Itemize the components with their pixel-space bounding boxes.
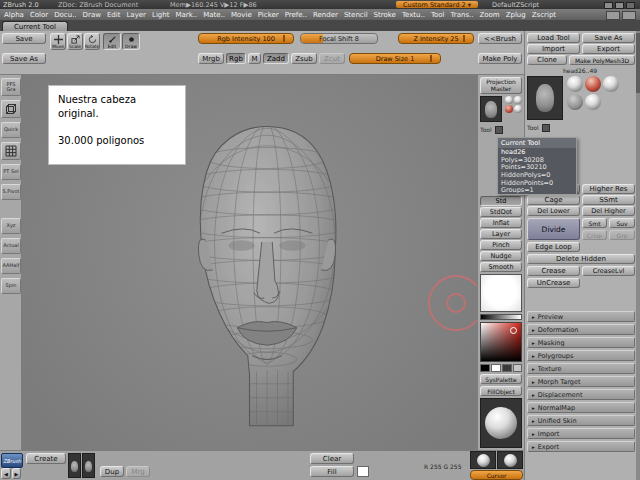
move-mode-button[interactable]: Move bbox=[50, 33, 66, 50]
white-color-chip[interactable] bbox=[357, 466, 369, 477]
tool-slot-sphere-5[interactable] bbox=[585, 94, 601, 110]
shelf-item-spin[interactable]: Spin bbox=[1, 278, 21, 294]
shelf-item-pt-sel[interactable]: PT Sel bbox=[1, 164, 21, 180]
draw-mode-button[interactable]: Draw bbox=[122, 33, 140, 50]
clone-button[interactable]: Clone bbox=[527, 55, 567, 65]
del-lower-button[interactable]: Del Lower bbox=[527, 206, 580, 216]
brush-inflat-button[interactable]: Inflat bbox=[480, 218, 522, 228]
menu-item-zscript[interactable]: Zscript bbox=[532, 11, 556, 19]
scrollbar-thumb[interactable] bbox=[636, 33, 640, 93]
edit-mode-button[interactable]: Edit bbox=[103, 33, 121, 50]
create-button[interactable]: Create bbox=[26, 453, 66, 464]
section-masking[interactable]: ▸Masking bbox=[527, 337, 635, 348]
tool-save-as-button[interactable]: Save As bbox=[582, 33, 635, 43]
tool-section-row[interactable]: Tool bbox=[527, 123, 635, 132]
current-alpha-swatch[interactable] bbox=[480, 274, 522, 312]
window-icon-3[interactable] bbox=[626, 2, 635, 9]
save-as-button[interactable]: Save As bbox=[2, 53, 46, 64]
tool-slot-sphere-4[interactable] bbox=[567, 94, 583, 110]
sys-palette-button[interactable]: SysPalette bbox=[480, 374, 522, 384]
tool-export-button[interactable]: Export bbox=[582, 44, 635, 54]
brush-nudge-button[interactable]: Nudge bbox=[480, 251, 522, 261]
delete-hidden-button[interactable]: Delete Hidden bbox=[527, 254, 635, 264]
tool-slot-sphere-3[interactable] bbox=[603, 76, 619, 92]
make-polymesh3d-button[interactable]: Make PolyMesh3D bbox=[569, 55, 635, 65]
section-export[interactable]: ▸Export bbox=[527, 441, 635, 452]
grayscale-gradient-strip[interactable] bbox=[480, 314, 522, 320]
brush-stddot-button[interactable]: StdDot bbox=[480, 207, 522, 217]
shelf-item-cube[interactable] bbox=[1, 100, 21, 118]
fill-object-button[interactable]: FillObject bbox=[480, 386, 522, 396]
menu-item-zoom[interactable]: Zoom bbox=[480, 11, 500, 19]
menu-icon-1[interactable] bbox=[606, 11, 620, 20]
swatch-black[interactable] bbox=[480, 364, 490, 372]
rgb-intensity-slider[interactable]: Rgb Intensity 100 bbox=[198, 33, 294, 44]
menu-item-edit[interactable]: Edit bbox=[107, 11, 121, 19]
nav-back-button[interactable]: ◀ bbox=[1, 468, 11, 479]
menu-item-texture[interactable]: Textu.. bbox=[402, 11, 425, 19]
current-tool-thumbnail[interactable] bbox=[480, 96, 502, 122]
menu-item-layer[interactable]: Layer bbox=[126, 11, 146, 19]
clear-button[interactable]: Clear bbox=[310, 453, 354, 464]
higher-res-button[interactable]: Higher Res bbox=[582, 184, 635, 194]
shelf-item-s-pivot[interactable]: S.Pivot bbox=[1, 184, 21, 200]
shelf-item-pfsgra[interactable]: PFS Gra bbox=[1, 78, 21, 96]
recent-tool-sphere-2[interactable] bbox=[514, 96, 522, 104]
tool-flyout-row[interactable]: Tool bbox=[480, 125, 522, 134]
scale-mode-button[interactable]: Scale bbox=[67, 33, 83, 50]
section-deformation[interactable]: ▸Deformation bbox=[527, 324, 635, 335]
m-button[interactable]: M bbox=[248, 53, 261, 64]
current-material-preview[interactable] bbox=[480, 398, 522, 448]
active-tool-thumbnail[interactable] bbox=[527, 76, 563, 120]
menu-item-light[interactable]: Light bbox=[152, 11, 169, 19]
zcut-button[interactable]: Zcut bbox=[319, 53, 345, 64]
section-import[interactable]: ▸Import bbox=[527, 428, 635, 439]
palette-scrollbar[interactable] bbox=[636, 31, 640, 480]
menu-item-draw[interactable]: Draw bbox=[83, 11, 101, 19]
section-displacement[interactable]: ▸Displacement bbox=[527, 389, 635, 400]
section-unified-skin[interactable]: ▸Unified Skin bbox=[527, 415, 635, 426]
recent-tool-sphere-3[interactable] bbox=[505, 105, 513, 113]
menu-item-document[interactable]: Docu.. bbox=[54, 11, 76, 19]
recent-tool-sphere-4[interactable] bbox=[514, 105, 522, 113]
smt-toggle[interactable]: Smt bbox=[582, 218, 607, 228]
document-preview-2[interactable] bbox=[82, 453, 95, 478]
brush-flyout-button[interactable]: <<Brush bbox=[478, 33, 522, 44]
menu-item-color[interactable]: Color bbox=[30, 11, 48, 19]
fill-button[interactable]: Fill bbox=[310, 466, 354, 477]
tool-slot-sphere-2[interactable] bbox=[585, 76, 601, 92]
swatch-white[interactable] bbox=[491, 364, 501, 372]
dup-button[interactable]: Dup bbox=[100, 466, 124, 477]
tool-slot-sphere-1[interactable] bbox=[567, 76, 583, 92]
shelf-item-actual[interactable]: Actual bbox=[1, 238, 21, 254]
brush-std-button[interactable]: Std bbox=[480, 196, 522, 206]
load-tool-button[interactable]: Load Tool bbox=[527, 33, 580, 43]
save-button[interactable]: Save bbox=[2, 33, 46, 44]
menu-icon-2[interactable] bbox=[622, 11, 636, 20]
brush-layer-button[interactable]: Layer bbox=[480, 229, 522, 239]
zsub-button[interactable]: Zsub bbox=[291, 53, 317, 64]
menu-item-alpha[interactable]: Alpha bbox=[4, 11, 24, 19]
brush-pinch-button[interactable]: Pinch bbox=[480, 240, 522, 250]
menu-item-picker[interactable]: Picker bbox=[258, 11, 279, 19]
section-normalmap[interactable]: ▸NormalMap bbox=[527, 402, 635, 413]
projection-master-button[interactable]: Projection Master bbox=[480, 77, 522, 94]
del-higher-button[interactable]: Del Higher bbox=[582, 206, 635, 216]
draw-size-slider[interactable]: Draw Size 1 bbox=[349, 53, 441, 64]
section-morph-target[interactable]: ▸Morph Target bbox=[527, 376, 635, 387]
mrg-button[interactable]: Mrg bbox=[126, 466, 150, 477]
menu-item-material[interactable]: Mate.. bbox=[203, 11, 225, 19]
cage-button[interactable]: Cage bbox=[527, 195, 580, 205]
shelf-item-grid[interactable] bbox=[1, 142, 21, 160]
material-slot-2[interactable] bbox=[497, 451, 523, 469]
menu-item-marker[interactable]: Mark.. bbox=[175, 11, 197, 19]
section-texture[interactable]: ▸Texture bbox=[527, 363, 635, 374]
menu-item-stroke[interactable]: Stroke bbox=[374, 11, 396, 19]
document-canvas[interactable]: Nuestra cabeza original. 30.000 poligono… bbox=[22, 75, 477, 450]
window-icon-2[interactable] bbox=[615, 2, 624, 9]
menu-item-zplugin[interactable]: Zplug bbox=[506, 11, 526, 19]
menu-item-tool[interactable]: Tool bbox=[431, 11, 445, 19]
zbrush-logo-button[interactable]: ZBrush bbox=[1, 453, 23, 468]
crisp-toggle[interactable]: Crisp bbox=[582, 230, 607, 240]
color-picker[interactable] bbox=[480, 322, 522, 362]
